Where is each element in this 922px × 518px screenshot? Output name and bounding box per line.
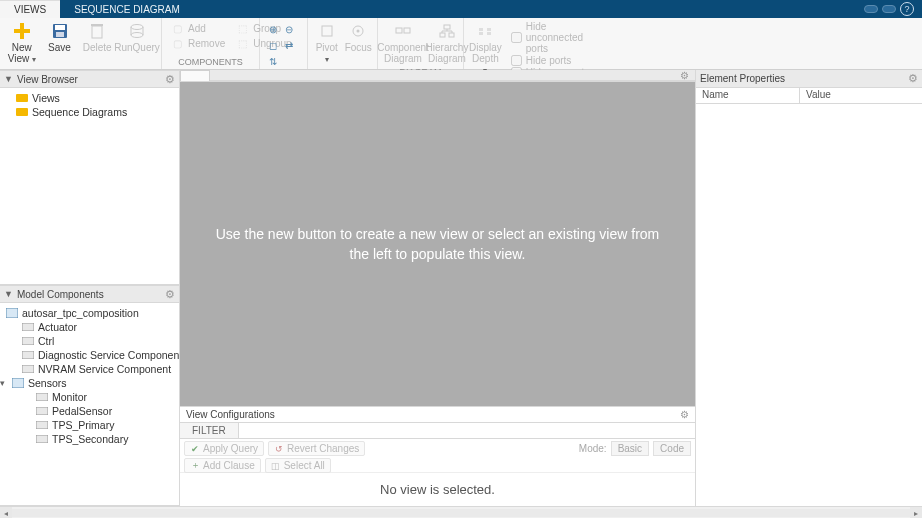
workspace: ▼ View Browser ⚙ Views Sequence Diagrams… xyxy=(0,70,922,506)
right-column: Element Properties ⚙ Name Value xyxy=(696,70,922,506)
collapse-icon[interactable]: ▼ xyxy=(4,74,13,84)
scroll-left-icon[interactable]: ◂ xyxy=(0,507,12,518)
save-button[interactable]: Save xyxy=(42,20,78,55)
remove-icon: ▢ xyxy=(170,37,184,49)
svg-rect-18 xyxy=(449,33,454,37)
svg-rect-16 xyxy=(444,25,450,29)
canvas-tools: ⊕ ⊖ ◻ ⇄ ⇅ xyxy=(264,20,303,70)
svg-rect-14 xyxy=(396,28,402,33)
revert-icon: ↺ xyxy=(274,444,284,454)
svg-rect-4 xyxy=(56,32,64,37)
new-view-button[interactable]: New View ▾ xyxy=(4,20,40,67)
focus-icon xyxy=(349,22,367,40)
canvas-placeholder-text: Use the new button to create a new view … xyxy=(210,224,665,264)
focus-button: Focus xyxy=(344,20,374,55)
save-icon xyxy=(51,22,69,40)
mode-basic-button: Basic xyxy=(611,441,649,456)
hierarchy-icon xyxy=(438,22,456,40)
gear-icon[interactable]: ⚙ xyxy=(165,288,175,301)
component-icon xyxy=(22,322,34,332)
center-column: ⚙ Use the new button to create a new vie… xyxy=(180,70,696,506)
component-diagram-icon xyxy=(394,22,412,40)
expand-pill-icon[interactable] xyxy=(882,5,896,13)
model-item[interactable]: Ctrl xyxy=(2,334,177,348)
view-browser-panel: ▼ View Browser ⚙ Views Sequence Diagrams xyxy=(0,70,179,285)
seq-diagram-folder-icon xyxy=(16,107,28,117)
svg-rect-11 xyxy=(322,26,332,36)
zoom-out-icon[interactable]: ⊖ xyxy=(282,22,296,36)
model-item[interactable]: PedalSensor xyxy=(2,404,177,418)
svg-rect-17 xyxy=(440,33,445,37)
revert-changes-button: ↺Revert Changes xyxy=(268,441,365,456)
composition-icon xyxy=(6,308,18,318)
caret-down-icon[interactable]: ▾ xyxy=(0,308,2,318)
fit-icon[interactable]: ◻ xyxy=(266,38,280,52)
svg-rect-5 xyxy=(92,26,102,38)
gear-icon[interactable]: ⚙ xyxy=(165,73,175,86)
svg-rect-24 xyxy=(479,32,483,35)
gear-icon[interactable]: ⚙ xyxy=(908,72,918,85)
svg-rect-31 xyxy=(22,337,34,345)
svg-rect-37 xyxy=(36,421,48,429)
component-icon xyxy=(22,364,34,374)
canvas-tab-bar: ⚙ xyxy=(180,70,695,82)
model-item[interactable]: Actuator xyxy=(2,320,177,334)
add-clause-button: ＋Add Clause xyxy=(184,458,261,473)
gear-icon[interactable]: ⚙ xyxy=(680,409,689,420)
select-all-icon: ◫ xyxy=(271,461,281,471)
help-icon[interactable]: ? xyxy=(900,2,914,16)
group-icon: ⬚ xyxy=(235,22,249,34)
add-component-button: ▢Add xyxy=(168,21,227,35)
filter-tab[interactable]: FILTER xyxy=(180,423,239,438)
model-root[interactable]: ▾autosar_tpc_composition xyxy=(2,306,177,320)
app-tab-strip: VIEWS SEQUENCE DIAGRAM ? xyxy=(0,0,922,18)
view-browser-item[interactable]: Sequence Diagrams xyxy=(2,105,177,119)
svg-rect-1 xyxy=(14,29,30,33)
tab-sequence-diagram[interactable]: SEQUENCE DIAGRAM xyxy=(60,0,194,18)
tab-views[interactable]: VIEWS xyxy=(0,0,60,18)
query-icon xyxy=(128,22,146,40)
add-icon: ▢ xyxy=(170,22,184,34)
component-icon xyxy=(22,336,34,346)
scroll-right-icon[interactable]: ▸ xyxy=(910,507,922,518)
svg-rect-23 xyxy=(479,28,483,31)
svg-rect-25 xyxy=(487,28,491,31)
svg-rect-38 xyxy=(36,435,48,443)
collapse-icon[interactable]: ▼ xyxy=(4,289,13,299)
properties-col-value: Value xyxy=(800,88,922,103)
canvas-tab-stub[interactable] xyxy=(180,70,210,81)
hide-ports-checkbox: Hide ports xyxy=(507,55,608,66)
component-diagram-button: Component Diagram xyxy=(382,20,424,66)
model-item[interactable]: TPS_Secondary xyxy=(2,432,177,446)
canvas-area: Use the new button to create a new view … xyxy=(180,82,695,406)
zoom-in-icon[interactable]: ⊕ xyxy=(266,22,280,36)
gear-icon[interactable]: ⚙ xyxy=(680,70,689,81)
horizontal-scrollbar[interactable] xyxy=(12,507,910,518)
component-icon xyxy=(22,350,34,360)
arrow-v-icon[interactable]: ⇅ xyxy=(266,54,280,68)
model-sensors[interactable]: ▾Sensors xyxy=(2,376,177,390)
view-browser-item[interactable]: Views xyxy=(2,91,177,105)
collapse-pill-icon[interactable] xyxy=(864,5,878,13)
svg-rect-36 xyxy=(36,407,48,415)
svg-rect-32 xyxy=(22,351,34,359)
trash-icon xyxy=(88,22,106,40)
component-icon xyxy=(36,392,48,402)
pivot-button: Pivot▾ xyxy=(312,20,342,67)
model-components-panel: ▼ Model Components ⚙ ▾autosar_tpc_compos… xyxy=(0,285,179,506)
hide-unconnected-ports-checkbox: Hide unconnected ports xyxy=(507,21,608,54)
select-all-button: ◫Select All xyxy=(265,458,331,473)
model-item[interactable]: TPS_Primary xyxy=(2,418,177,432)
svg-rect-26 xyxy=(487,32,491,35)
pivot-icon xyxy=(318,22,336,40)
mode-code-button: Code xyxy=(653,441,691,456)
arrow-h-icon[interactable]: ⇄ xyxy=(282,38,296,52)
model-item[interactable]: Diagnostic Service Component xyxy=(2,348,177,362)
svg-point-13 xyxy=(357,30,360,33)
model-item[interactable]: NVRAM Service Component xyxy=(2,362,177,376)
component-icon xyxy=(36,434,48,444)
ungroup-icon: ⬚ xyxy=(235,37,249,49)
caret-down-icon[interactable]: ▾ xyxy=(0,378,8,388)
model-item[interactable]: Monitor xyxy=(2,390,177,404)
model-components-title: Model Components xyxy=(17,289,161,300)
